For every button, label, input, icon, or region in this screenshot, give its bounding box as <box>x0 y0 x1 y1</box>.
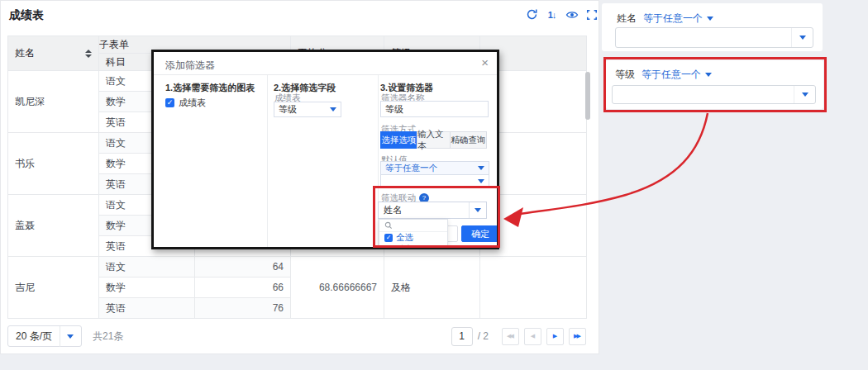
total-pages: / 2 <box>478 330 489 342</box>
next-page-icon: ▶ <box>553 333 557 339</box>
filter-condition-label: 等于任意一个 <box>641 68 701 82</box>
default-value-select[interactable] <box>380 174 489 188</box>
divider <box>267 75 268 247</box>
filter-label: 姓名 <box>617 12 637 26</box>
chart-checkbox-label: 成绩表 <box>179 97 206 109</box>
prev-page-icon: ◀ <box>531 333 535 339</box>
page-size-label: 20 条/页 <box>16 330 52 344</box>
linkage-dropdown-panel: ✓ 全选 ✓ 姓名 <box>379 219 448 249</box>
chevron-down-icon <box>802 92 808 97</box>
student-name-cell: 吉尼 <box>8 257 99 319</box>
checkbox-checked-icon[interactable]: ✓ <box>384 234 393 242</box>
prev-page-button[interactable]: ◀ <box>524 328 541 345</box>
chart-checkbox-row[interactable]: ✓ 成绩表 <box>165 97 206 109</box>
pagination-bar: 20 条/页 共21条 1 / 2 ◀◀ ◀ ▶ ▶▶ <box>7 324 586 349</box>
grade-cell: 及格 <box>384 257 480 319</box>
sort-icon[interactable]: 1↓ <box>545 7 559 21</box>
filter-condition-label: 等于任意一个 <box>643 12 703 26</box>
first-page-button[interactable]: ◀◀ <box>502 328 519 345</box>
score-cell: 76 <box>195 298 291 319</box>
last-page-icon: ▶▶ <box>574 333 579 339</box>
chevron-down-icon <box>475 208 481 212</box>
dropdown-option-label: 全选 <box>396 232 413 244</box>
modal-title: 添加筛选器 <box>165 59 215 73</box>
search-icon <box>384 221 393 230</box>
filter-label: 等级 <box>615 68 635 82</box>
student-name-cell: 书乐 <box>8 133 99 195</box>
field-select[interactable]: 等级 <box>274 102 341 117</box>
linkage-value: 姓名 <box>379 202 402 218</box>
filter-method-tabs: 选择选项 输入文本 精确查询 <box>380 131 487 149</box>
score-cell: 64 <box>195 257 291 278</box>
filter-condition-link[interactable]: 等于任意一个 <box>641 68 712 82</box>
chevron-down-icon <box>330 107 336 111</box>
subject-cell: 语文 <box>99 257 195 278</box>
page-number-input[interactable]: 1 <box>451 327 473 346</box>
chevron-down-icon <box>707 17 713 21</box>
divider <box>154 74 497 75</box>
chevron-down-icon <box>478 179 484 183</box>
dropdown-option-label: 姓名 <box>396 244 413 249</box>
subject-cell: 英语 <box>99 298 195 319</box>
column-header-name[interactable]: 姓名 <box>8 36 99 71</box>
tab-input-text[interactable]: 输入文本 <box>417 131 451 149</box>
card-title: 成绩表 <box>9 8 44 23</box>
confirm-button-label: 确定 <box>471 228 489 240</box>
default-condition-value: 等于任意一个 <box>385 163 437 174</box>
add-filter-modal: 添加筛选器 × 1.选择需要筛选的图表 ✓ 成绩表 2.选择筛选字段 成绩表 等… <box>151 50 499 249</box>
step1-label: 1.选择需要筛选的图表 <box>165 82 255 94</box>
chevron-down-icon <box>799 36 806 40</box>
chevron-down-icon <box>67 334 74 339</box>
first-page-icon: ◀◀ <box>507 333 513 339</box>
filter-condition-link[interactable]: 等于任意一个 <box>643 12 713 26</box>
checkbox-checked-icon[interactable]: ✓ <box>384 245 393 249</box>
dropdown-search-input[interactable] <box>379 220 447 232</box>
next-page-button[interactable]: ▶ <box>546 328 564 345</box>
page-size-select[interactable]: 20 条/页 <box>7 325 82 347</box>
dropdown-option-name[interactable]: ✓ 姓名 <box>379 244 447 249</box>
sort-arrows-icon[interactable] <box>85 50 92 58</box>
chevron-down-icon <box>705 73 712 77</box>
close-icon[interactable]: × <box>481 55 489 69</box>
score-cell: 66 <box>195 278 291 298</box>
fullscreen-icon[interactable] <box>584 7 599 21</box>
linkage-select[interactable]: 姓名 <box>378 202 487 219</box>
chevron-down-icon <box>478 166 484 170</box>
confirm-button[interactable]: 确定 <box>461 225 499 242</box>
refresh-icon[interactable] <box>525 7 539 21</box>
total-count: 共21条 <box>93 330 123 344</box>
subject-cell: 数学 <box>99 278 195 298</box>
eye-icon[interactable] <box>565 7 579 21</box>
filter-widget-grade: 等级 等于任意一个 <box>606 60 823 109</box>
student-name-cell: 凯尼深 <box>8 71 99 133</box>
filter-name-input[interactable]: 等级 <box>380 101 489 117</box>
last-page-button[interactable]: ▶▶ <box>569 328 586 345</box>
filter-name-value: 等级 <box>385 103 403 116</box>
default-condition-select[interactable]: 等于任意一个 <box>380 161 489 175</box>
tab-select-option[interactable]: 选择选项 <box>380 131 417 149</box>
dropdown-option-select-all[interactable]: ✓ 全选 <box>379 232 447 244</box>
divider <box>60 326 60 347</box>
checkbox-checked-icon[interactable]: ✓ <box>165 98 174 107</box>
filter-value-select[interactable] <box>612 85 816 104</box>
tab-exact-query[interactable]: 精确查询 <box>450 131 487 149</box>
filter-widget-name: 姓名 等于任意一个 <box>602 3 823 51</box>
card-toolbar: 1↓ <box>525 7 599 21</box>
student-name-cell: 盖聂 <box>8 195 99 257</box>
table-scrollbar[interactable] <box>585 72 590 120</box>
dashboard-canvas: 成绩表 1↓ 姓名 子表单 <box>0 0 868 370</box>
extra-cell <box>480 257 587 319</box>
average-cell: 68.66666667 <box>291 257 384 319</box>
filter-value-select[interactable] <box>615 27 813 48</box>
table-row: 吉尼 语文 64 68.66666667 及格 <box>8 257 587 278</box>
field-select-value: 等级 <box>279 103 297 116</box>
page-number: 1 <box>459 330 465 342</box>
column-header-name-label: 姓名 <box>15 46 35 60</box>
